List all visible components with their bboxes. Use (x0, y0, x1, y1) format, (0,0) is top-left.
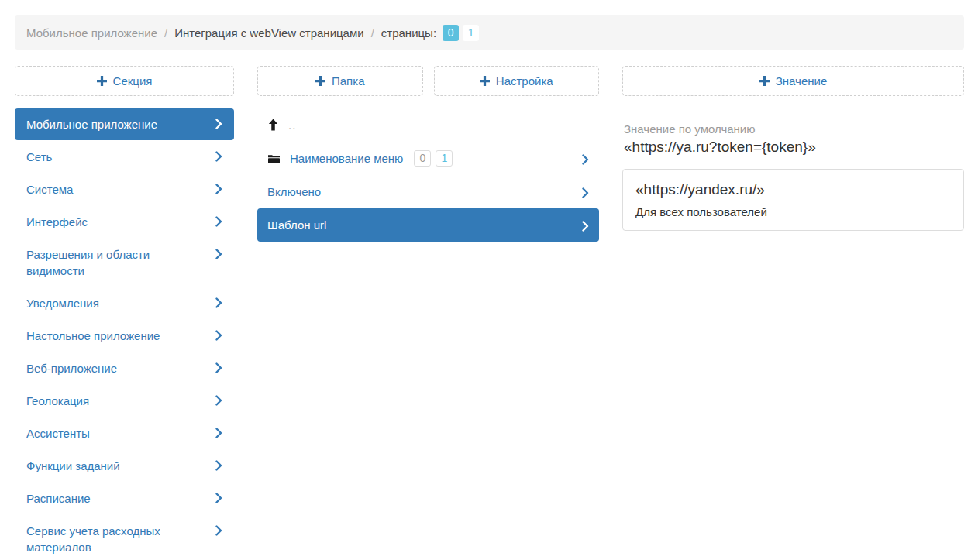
chevron-right-icon (582, 221, 589, 232)
section-item-geolocation[interactable]: Геолокация (15, 385, 234, 417)
folder-icon (267, 153, 281, 165)
sections-column: Секция Мобильное приложение Сеть Система (15, 66, 234, 560)
chevron-right-icon (215, 216, 222, 227)
section-item-label: Расписание (26, 490, 215, 507)
settings-list: .. Наименование меню 0 1 Включено (257, 108, 599, 242)
count-badge-1: 1 (436, 150, 453, 167)
section-item-interface[interactable]: Интерфейс (15, 206, 234, 238)
chevron-right-icon (582, 187, 589, 198)
breadcrumb-item-mobile-app[interactable]: Мобильное приложение (26, 26, 157, 40)
add-setting-label: Настройка (496, 74, 553, 88)
setting-item-label: Наименование меню (290, 152, 403, 165)
setting-item-menu-name[interactable]: Наименование меню 0 1 (257, 142, 599, 175)
breadcrumb-separator: / (164, 26, 167, 40)
default-value-label: Значение по умолчанию (624, 122, 963, 136)
section-item-label: Мобильное приложение (26, 116, 215, 132)
value-card-url: «https://yandex.ru/» (635, 180, 951, 199)
value-card[interactable]: «https://yandex.ru/» Для всех пользовате… (622, 169, 964, 231)
section-item-schedule[interactable]: Расписание (15, 483, 234, 514)
chevron-right-icon (582, 154, 589, 165)
section-item-label: Функции заданий (26, 458, 215, 474)
breadcrumb-item-webview-integration[interactable]: Интеграция с webView страницами (174, 26, 363, 40)
sections-list: Мобильное приложение Сеть Система (15, 108, 234, 560)
plus-icon (97, 76, 107, 86)
value-card-audience: Для всех пользователей (635, 205, 951, 218)
section-item-web-app[interactable]: Веб-приложение (15, 352, 234, 384)
add-section-button[interactable]: Секция (15, 66, 234, 96)
section-item-label: Ассистенты (26, 425, 215, 441)
section-item-permissions[interactable]: Разрешения и области видимости (15, 239, 234, 287)
add-folder-label: Папка (332, 74, 364, 88)
settings-column: Папка Настройка .. (257, 66, 599, 560)
section-item-label: Разрешения и области видимости (26, 246, 215, 279)
chevron-right-icon (215, 428, 222, 438)
go-up-label: .. (288, 119, 296, 132)
chevron-right-icon (215, 525, 222, 536)
count-badge-0: 0 (414, 150, 431, 167)
section-item-label: Сеть (26, 149, 215, 165)
chevron-right-icon (215, 362, 222, 373)
section-item-desktop-app[interactable]: Настольное приложение (15, 320, 234, 352)
plus-icon (315, 76, 325, 86)
chevron-right-icon (215, 151, 222, 162)
section-item-notifications[interactable]: Уведомления (15, 287, 234, 319)
chevron-right-icon (215, 184, 222, 194)
section-item-label: Система (26, 181, 215, 198)
section-item-label: Уведомления (26, 295, 215, 311)
section-item-task-functions[interactable]: Функции заданий (15, 450, 234, 482)
section-item-consumables-service[interactable]: Сервис учета расходных материалов (15, 515, 234, 560)
content-columns: Секция Мобильное приложение Сеть Система (15, 66, 964, 560)
page: Мобильное приложение / Интеграция с webV… (0, 0, 978, 560)
breadcrumb-item-pages: страницы: (381, 26, 436, 40)
section-item-system[interactable]: Система (15, 173, 234, 205)
section-item-label: Веб-приложение (26, 360, 215, 376)
setting-item-label: Включено (267, 185, 321, 198)
settings-buttons-row: Папка Настройка (257, 66, 599, 96)
add-folder-button[interactable]: Папка (257, 66, 423, 96)
page-badge-1[interactable]: 1 (463, 25, 479, 41)
setting-item-enabled[interactable]: Включено (257, 175, 599, 208)
default-value-block: Значение по умолчанию «https://ya.ru?tok… (622, 122, 964, 156)
arrow-up-icon (267, 119, 279, 132)
chevron-right-icon (215, 460, 222, 471)
section-item-label: Геолокация (26, 393, 215, 409)
setting-item-url-template[interactable]: Шаблон url (257, 208, 599, 242)
section-item-label: Настольное приложение (26, 328, 215, 344)
add-value-button[interactable]: Значение (622, 66, 964, 96)
breadcrumb: Мобильное приложение / Интеграция с webV… (15, 15, 964, 50)
add-setting-button[interactable]: Настройка (434, 66, 600, 96)
chevron-right-icon (215, 297, 222, 308)
chevron-right-icon (215, 330, 222, 341)
section-item-assistants[interactable]: Ассистенты (15, 417, 234, 449)
chevron-right-icon (215, 395, 222, 406)
values-column: Значение Значение по умолчанию «https://… (622, 66, 964, 560)
add-section-label: Секция (113, 74, 153, 88)
setting-item-label: Шаблон url (267, 218, 326, 232)
section-item-network[interactable]: Сеть (15, 141, 234, 173)
section-item-label: Интерфейс (26, 214, 215, 230)
chevron-right-icon (215, 493, 222, 503)
chevron-right-icon (215, 249, 222, 259)
chevron-right-icon (215, 119, 222, 129)
plus-icon (480, 76, 490, 86)
section-item-mobile-app[interactable]: Мобильное приложение (15, 108, 234, 140)
add-value-label: Значение (776, 74, 828, 88)
section-item-label: Сервис учета расходных материалов (26, 523, 215, 555)
breadcrumb-separator: / (371, 26, 374, 40)
go-up-row[interactable]: .. (257, 108, 599, 142)
page-badge-0[interactable]: 0 (443, 25, 459, 41)
default-value-text: «https://ya.ru?token={token}» (624, 137, 963, 156)
plus-icon (759, 76, 770, 86)
